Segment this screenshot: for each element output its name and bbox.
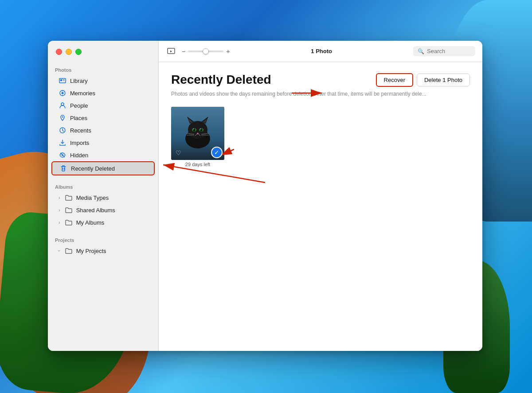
sidebar-item-people-label: People (70, 102, 88, 109)
main-content: − + 1 Photo 🔍 Recently Deleted Recover D… (159, 41, 482, 351)
sidebar-item-people[interactable]: People (51, 99, 155, 112)
search-icon: 🔍 (418, 48, 424, 54)
folder-icon-my-albums (65, 218, 73, 226)
app-window: Photos Library (48, 41, 482, 351)
fullscreen-button[interactable] (75, 49, 82, 55)
slider-thumb[interactable] (203, 48, 209, 54)
content-area: Recently Deleted Recover Delete 1 Photo … (159, 62, 482, 351)
search-box[interactable]: 🔍 (413, 46, 475, 56)
expand-icon-my-albums: › (59, 220, 60, 225)
sidebar-item-shared-albums-label: Shared Albums (76, 207, 115, 214)
sidebar-item-recents-label: Recents (70, 127, 91, 134)
sidebar-item-shared-albums[interactable]: › Shared Albums (51, 204, 155, 216)
svg-point-27 (193, 128, 194, 129)
sidebar-item-imports[interactable]: Imports (51, 136, 155, 149)
zoom-slider[interactable]: − + (182, 48, 230, 55)
folder-icon-my-projects (65, 247, 73, 255)
sidebar-section-projects: Projects (48, 234, 158, 245)
svg-point-5 (62, 92, 64, 94)
search-input[interactable] (427, 48, 471, 54)
sidebar-item-hidden-label: Hidden (70, 152, 88, 159)
sidebar-item-hidden[interactable]: Hidden (51, 149, 155, 161)
content-header: Recently Deleted Recover Delete 1 Photo (171, 73, 470, 87)
expand-icon-shared-albums: › (59, 207, 60, 213)
days-remaining: 29 days left (171, 162, 224, 167)
sidebar-item-my-projects-label: My Projects (76, 248, 106, 254)
delete-button[interactable]: Delete 1 Photo (417, 74, 470, 86)
svg-point-18 (188, 121, 207, 139)
recover-button[interactable]: Recover (376, 73, 413, 87)
page-title: Recently Deleted (171, 73, 271, 87)
sidebar-section-albums: Albums (48, 181, 158, 191)
sidebar-item-recently-deleted-label: Recently Deleted (71, 165, 115, 172)
sidebar-item-my-albums-label: My Albums (76, 219, 105, 226)
trash-icon (59, 164, 67, 172)
photo-thumbnail: ♡ ✓ (171, 107, 224, 160)
sidebar-item-memories-label: Memories (70, 90, 95, 97)
sidebar-item-library-label: Library (70, 78, 88, 84)
slider-track[interactable] (188, 51, 223, 52)
imports-icon (59, 139, 66, 147)
zoom-out-button[interactable]: − (182, 48, 185, 55)
sidebar-item-my-albums[interactable]: › My Albums (51, 216, 155, 229)
folder-icon-media-types (65, 194, 73, 202)
sidebar-item-places-label: Places (70, 115, 87, 121)
slideshow-icon[interactable] (166, 46, 176, 57)
photo-grid: ♡ ✓ 29 days left (171, 107, 470, 167)
action-buttons: Recover Delete 1 Photo (376, 73, 470, 87)
sidebar-item-memories[interactable]: Memories (51, 87, 155, 99)
sidebar-item-imports-label: Imports (70, 140, 89, 146)
favorite-heart[interactable]: ♡ (174, 148, 183, 157)
expand-icon-my-projects: › (57, 250, 62, 252)
folder-icon-shared-albums (65, 206, 73, 214)
svg-point-8 (61, 103, 64, 105)
sidebar-section-photos: Photos (48, 64, 158, 74)
recents-icon (59, 126, 66, 134)
list-item[interactable]: ♡ ✓ 29 days left (171, 107, 224, 167)
sidebar: Photos Library (48, 41, 159, 351)
window-controls (56, 49, 82, 55)
memories-icon (59, 89, 66, 97)
sidebar-item-library[interactable]: Library (51, 74, 155, 87)
photo-count: 1 Photo (235, 48, 408, 54)
library-icon (59, 77, 66, 85)
sidebar-item-my-projects[interactable]: › My Projects (51, 245, 155, 257)
svg-rect-1 (60, 79, 62, 81)
close-button[interactable] (56, 49, 62, 55)
people-icon (59, 101, 66, 109)
places-icon (59, 114, 66, 122)
svg-point-28 (200, 128, 201, 129)
svg-point-9 (62, 117, 63, 118)
sidebar-item-media-types-label: Media Types (76, 195, 109, 201)
toolbar: − + 1 Photo 🔍 (159, 41, 482, 62)
sidebar-item-media-types[interactable]: › Media Types (51, 191, 155, 204)
sidebar-item-recents[interactable]: Recents (51, 124, 155, 136)
sidebar-item-recently-deleted[interactable]: Recently Deleted (51, 161, 155, 175)
hidden-icon (59, 151, 66, 159)
content-description: Photos and videos show the days remainin… (171, 90, 470, 98)
expand-icon-media-types: › (59, 195, 60, 200)
sidebar-item-places[interactable]: Places (51, 112, 155, 124)
select-checkmark[interactable]: ✓ (211, 147, 223, 158)
zoom-in-button[interactable]: + (226, 48, 230, 55)
minimize-button[interactable] (66, 49, 72, 55)
